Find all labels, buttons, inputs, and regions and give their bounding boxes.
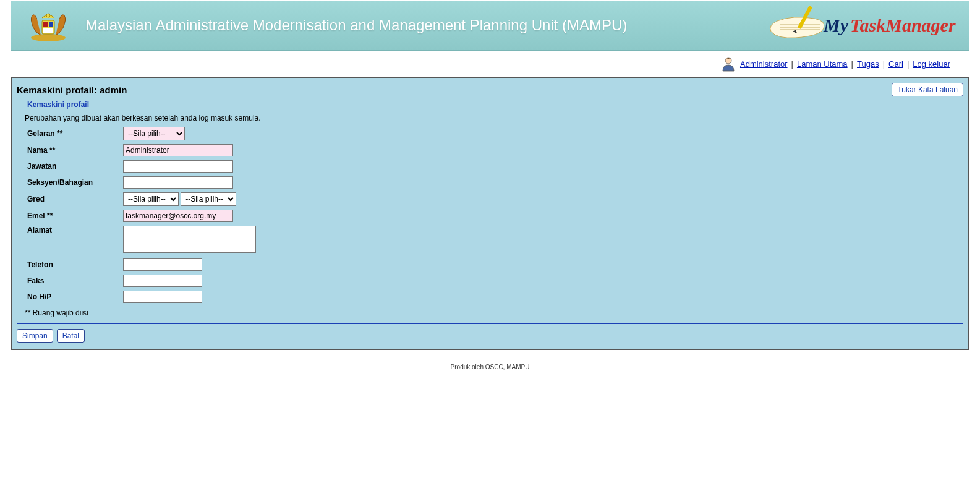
select-gred-1[interactable]: --Sila pilih-- [123,192,179,206]
select-gelaran[interactable]: --Sila pilih-- [123,127,185,140]
link-logout[interactable]: Log keluar [913,59,950,69]
label-nama: Nama ** [25,142,121,158]
separator: | [883,59,885,69]
label-jawatan: Jawatan [25,158,121,174]
input-faks[interactable] [123,275,202,287]
label-nohp: No H/P [25,289,121,305]
label-faks: Faks [25,273,121,289]
user-avatar-icon [720,56,736,72]
content-header: Kemaskini profail: admin Tukar Kata Lalu… [17,82,963,100]
svg-point-0 [31,34,66,41]
app-logo: My TaskManager [759,4,957,47]
header-left: Malaysian Administrative Modernisation a… [23,7,627,44]
form-table: Gelaran ** --Sila pilih-- Nama ** Jawata… [25,125,258,305]
input-nama[interactable] [123,144,233,156]
footer: Produk oleh OSCC, MAMPU [11,350,969,377]
svg-text:TaskManager: TaskManager [850,15,956,35]
separator: | [851,59,853,69]
link-user[interactable]: Administrator [740,59,788,69]
link-home[interactable]: Laman Utama [797,59,848,69]
content: Kemaskini profail: admin Tukar Kata Lalu… [12,78,968,349]
link-tasks[interactable]: Tugas [857,59,879,69]
form-footnote: ** Ruang wajib diisi [25,309,955,317]
svg-rect-4 [43,28,53,33]
link-search[interactable]: Cari [888,59,903,69]
label-telefon: Telefon [25,257,121,273]
label-alamat: Alamat [25,224,121,257]
input-jawatan[interactable] [123,160,233,173]
page-wrap: Kemaskini profail: admin Tukar Kata Lalu… [11,77,969,350]
site-title: Malaysian Administrative Modernisation a… [85,15,627,35]
label-gelaran: Gelaran ** [25,125,121,142]
topbar: Administrator | Laman Utama | Tugas | Ca… [11,51,969,77]
change-password-button[interactable]: Tukar Kata Laluan [892,83,963,96]
page-title: Kemaskini profail: admin [17,85,127,95]
save-button[interactable]: Simpan [17,329,53,343]
select-gred-2[interactable]: --Sila pilih-- [181,192,236,206]
header: Malaysian Administrative Modernisation a… [11,0,969,51]
svg-point-5 [46,14,50,17]
input-seksyen[interactable] [123,176,233,189]
label-seksyen: Seksyen/Bahagian [25,174,121,190]
action-row: Simpan Batal [17,329,963,343]
svg-rect-3 [49,22,53,27]
cancel-button[interactable]: Batal [57,329,85,343]
fieldset-legend: Kemaskini profail [25,100,92,109]
separator: | [791,59,793,69]
label-gred: Gred [25,190,121,208]
form-note: Perubahan yang dibuat akan berkesan sete… [25,114,955,122]
svg-text:My: My [823,15,849,35]
label-emel: Emel ** [25,208,121,224]
separator: | [907,59,909,69]
crest-icon [23,7,73,44]
input-telefon[interactable] [123,258,202,271]
textarea-alamat[interactable] [123,226,256,253]
input-emel[interactable] [123,210,233,222]
input-nohp[interactable] [123,291,202,303]
profile-fieldset: Kemaskini profail Perubahan yang dibuat … [17,100,963,324]
svg-rect-2 [43,22,48,27]
